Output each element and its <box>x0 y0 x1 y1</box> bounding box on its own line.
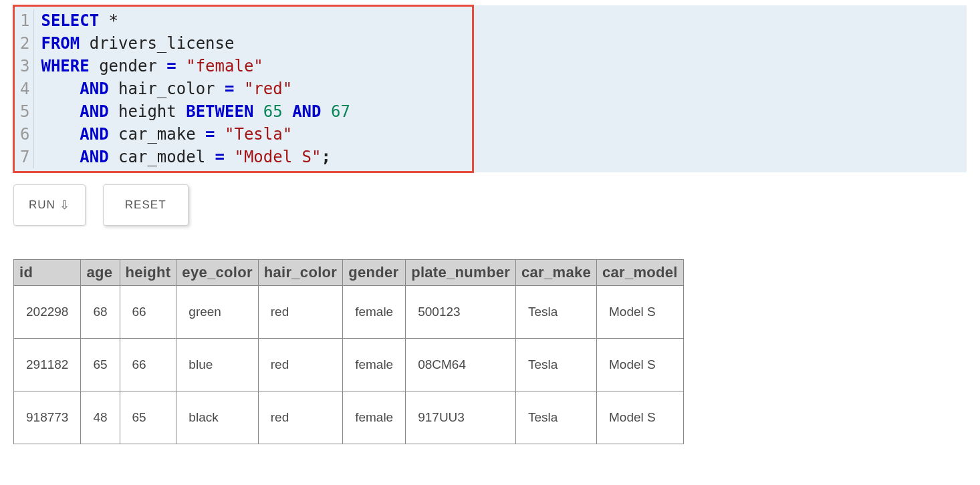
table-cell: 66 <box>120 286 176 339</box>
results-table-body: 2022986866greenredfemale500123TeslaModel… <box>14 286 684 444</box>
table-cell: female <box>343 391 406 444</box>
code-line: FROM drivers_license <box>41 32 960 55</box>
table-cell: Model S <box>596 391 683 444</box>
editor-gutter: 1234567 <box>13 9 34 168</box>
table-cell: Model S <box>596 286 683 339</box>
table-row: 9187734865blackredfemale917UU3TeslaModel… <box>14 391 684 444</box>
run-button[interactable]: RUN ⇩ <box>13 184 86 226</box>
code-line: AND height BETWEEN 65 AND 67 <box>41 100 960 123</box>
gutter-line-number: 5 <box>20 100 29 123</box>
gutter-line-number: 1 <box>20 9 29 32</box>
sql-editor-container: 1234567 SELECT *FROM drivers_licenseWHER… <box>13 5 967 172</box>
table-cell: red <box>258 339 342 391</box>
table-row: 2911826566blueredfemale08CM64TeslaModel … <box>14 339 684 391</box>
table-cell: female <box>343 286 406 339</box>
results-table-head: idageheighteye_colorhair_colorgenderplat… <box>14 260 684 286</box>
column-header: car_model <box>596 260 683 286</box>
table-cell: Tesla <box>516 286 597 339</box>
column-header: plate_number <box>406 260 516 286</box>
table-cell: 68 <box>81 286 120 339</box>
column-header: hair_color <box>258 260 342 286</box>
gutter-line-number: 2 <box>20 32 29 55</box>
column-header: height <box>120 260 176 286</box>
code-line: SELECT * <box>41 9 960 32</box>
code-line: AND car_make = "Tesla" <box>41 123 960 146</box>
results-table: idageheighteye_colorhair_colorgenderplat… <box>13 259 684 444</box>
table-cell: Tesla <box>516 391 597 444</box>
table-cell: 291182 <box>14 339 81 391</box>
table-cell: Model S <box>596 339 683 391</box>
button-row: RUN ⇩ RESET <box>13 184 967 226</box>
column-header: car_make <box>516 260 597 286</box>
table-cell: Tesla <box>516 339 597 391</box>
gutter-line-number: 7 <box>20 146 29 168</box>
table-cell: blue <box>176 339 258 391</box>
run-button-label: RUN <box>29 198 55 212</box>
reset-button-label: RESET <box>125 198 166 212</box>
table-cell: 65 <box>81 339 120 391</box>
table-cell: black <box>176 391 258 444</box>
gutter-line-number: 4 <box>20 77 29 100</box>
table-cell: red <box>258 391 342 444</box>
code-line: WHERE gender = "female" <box>41 55 960 77</box>
table-cell: 500123 <box>406 286 516 339</box>
table-cell: 917UU3 <box>406 391 516 444</box>
column-header: age <box>81 260 120 286</box>
column-header: gender <box>343 260 406 286</box>
results-header-row: idageheighteye_colorhair_colorgenderplat… <box>14 260 684 286</box>
table-cell: 48 <box>81 391 120 444</box>
gutter-line-number: 3 <box>20 55 29 77</box>
down-arrow-icon: ⇩ <box>59 198 70 212</box>
table-cell: female <box>343 339 406 391</box>
table-cell: 202298 <box>14 286 81 339</box>
gutter-line-number: 6 <box>20 123 29 146</box>
table-cell: 08CM64 <box>406 339 516 391</box>
table-cell: 918773 <box>14 391 81 444</box>
table-cell: red <box>258 286 342 339</box>
table-row: 2022986866greenredfemale500123TeslaModel… <box>14 286 684 339</box>
table-cell: green <box>176 286 258 339</box>
table-cell: 66 <box>120 339 176 391</box>
table-cell: 65 <box>120 391 176 444</box>
code-line: AND car_model = "Model S"; <box>41 146 960 168</box>
sql-editor[interactable]: 1234567 SELECT *FROM drivers_licenseWHER… <box>13 5 967 172</box>
column-header: id <box>14 260 81 286</box>
column-header: eye_color <box>176 260 258 286</box>
code-line: AND hair_color = "red" <box>41 77 960 100</box>
editor-code-content[interactable]: SELECT *FROM drivers_licenseWHERE gender… <box>34 9 967 168</box>
reset-button[interactable]: RESET <box>103 184 189 226</box>
